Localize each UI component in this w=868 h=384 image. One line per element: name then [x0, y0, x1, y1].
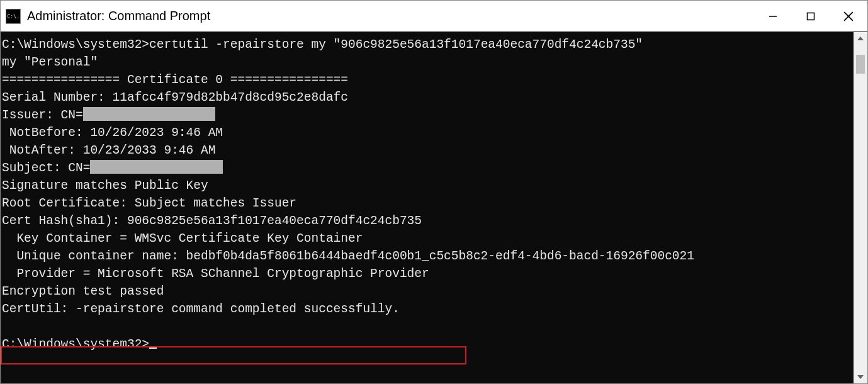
store-line: my "Personal" — [2, 55, 98, 69]
rootcert-line: Root Certificate: Subject matches Issuer — [2, 196, 296, 210]
window-title: Administrator: Command Prompt — [27, 9, 754, 23]
uniquecontainer-line: Unique container name: bedbf0b4da5f8061b… — [2, 249, 694, 263]
issuer-redacted: XXbb47dXcd95c1eXdX — [83, 107, 216, 121]
encryptiontest-line: Encryption test passed — [2, 285, 164, 298]
sigmatch-line: Signature matches Public Key — [2, 179, 208, 193]
scrollbar[interactable] — [854, 32, 867, 383]
keycontainer-line: Key Container = WMSvc Certificate Key Co… — [2, 232, 363, 246]
certhash-line: Cert Hash(sha1): 906c9825e56a13f1017ea40… — [2, 214, 422, 228]
serial-line: Serial Number: 11afcc4f979d82bb47d8cd95c… — [2, 91, 348, 104]
notbefore-line: NotBefore: 10/26/2023 9:46 AM — [2, 126, 223, 140]
window-controls — [754, 1, 867, 31]
success-line: CertUtil: -repairstore command completed… — [2, 302, 400, 316]
subject-line: Subject: CN=XXbb47dXcd95c1eXdX — [2, 161, 223, 175]
scroll-thumb[interactable] — [856, 55, 865, 74]
prompt-line-1: C:\Windows\system32>certutil -repairstor… — [2, 38, 643, 52]
cert-divider: ================ Certificate 0 =========… — [2, 73, 348, 87]
provider-line: Provider = Microsoft RSA SChannel Crypto… — [2, 267, 429, 281]
issuer-line: Issuer: CN=XXbb47dXcd95c1eXdX — [2, 108, 215, 122]
terminal-output[interactable]: C:\Windows\system32>certutil -repairstor… — [1, 32, 854, 383]
minimize-button[interactable] — [754, 1, 792, 31]
cmd-icon: C:\. — [6, 9, 21, 24]
notafter-line: NotAfter: 10/23/2033 9:46 AM — [2, 144, 215, 157]
cmd-icon-text: C:\. — [7, 13, 20, 20]
subject-redacted: XXbb47dXcd95c1eXdX — [90, 160, 223, 174]
scroll-down-arrow-icon[interactable] — [854, 371, 867, 383]
prompt-line-2: C:\Windows\system32> — [2, 337, 157, 351]
scroll-track[interactable] — [854, 45, 867, 371]
scroll-up-arrow-icon[interactable] — [854, 32, 867, 45]
svg-rect-1 — [808, 13, 814, 20]
terminal-area: C:\Windows\system32>certutil -repairstor… — [1, 32, 867, 383]
cursor — [149, 346, 157, 349]
maximize-button[interactable] — [792, 1, 830, 31]
close-button[interactable] — [830, 1, 867, 31]
titlebar: C:\. Administrator: Command Prompt — [1, 1, 867, 32]
